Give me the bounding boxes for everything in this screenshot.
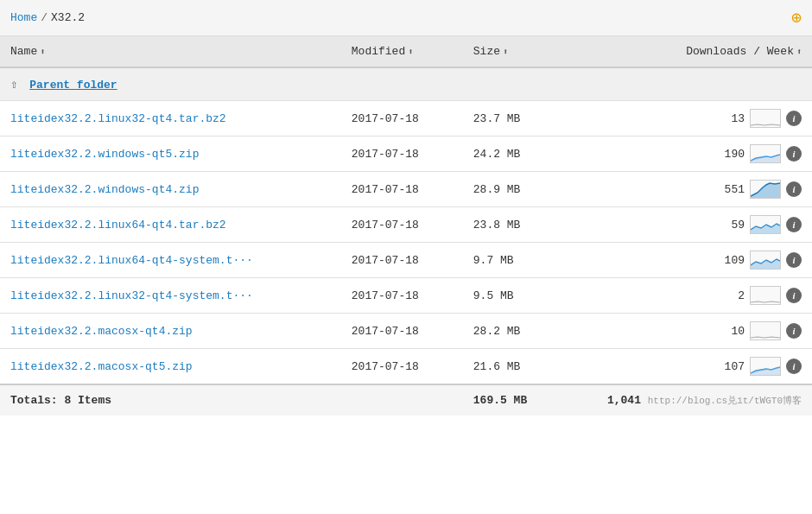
file-name-cell: liteidex32.2.macosx-qt5.zip bbox=[0, 349, 341, 385]
parent-folder-link[interactable]: Parent folder bbox=[29, 79, 117, 92]
file-name-cell: liteidex32.2.linux64-qt4-system.t··· bbox=[0, 243, 341, 278]
col-size-header[interactable]: Size⬆ bbox=[463, 36, 568, 67]
file-size-cell: 9.7 MB bbox=[463, 243, 568, 278]
file-size-cell: 28.2 MB bbox=[463, 314, 568, 349]
table-row: liteidex32.2.windows-qt5.zip 2017-07-18 … bbox=[0, 136, 812, 172]
footer-total-size: 169.5 MB bbox=[463, 384, 568, 416]
file-name-cell: liteidex32.2.linux32-qt4.tar.bz2 bbox=[0, 101, 341, 136]
file-link[interactable]: liteidex32.2.macosx-qt4.zip bbox=[10, 325, 193, 338]
info-icon[interactable]: i bbox=[786, 111, 802, 126]
file-modified-cell: 2017-07-18 bbox=[341, 136, 463, 172]
file-size-cell: 23.8 MB bbox=[463, 207, 568, 243]
downloads-count: 107 bbox=[714, 360, 745, 373]
footer-empty bbox=[341, 384, 463, 416]
file-size-cell: 24.2 MB bbox=[463, 136, 568, 172]
breadcrumb-separator: / bbox=[41, 11, 48, 24]
file-link[interactable]: liteidex32.2.linux64-qt4-system.t··· bbox=[10, 254, 253, 267]
file-modified-cell: 2017-07-18 bbox=[341, 349, 463, 385]
file-downloads-cell: 551 i bbox=[568, 172, 812, 207]
file-modified-cell: 2017-07-18 bbox=[341, 314, 463, 349]
file-downloads-cell: 2 i bbox=[568, 278, 812, 314]
mini-chart[interactable] bbox=[750, 357, 781, 376]
info-icon[interactable]: i bbox=[786, 288, 802, 303]
file-downloads-cell: 190 i bbox=[568, 136, 812, 172]
mini-chart[interactable] bbox=[750, 180, 781, 199]
info-icon[interactable]: i bbox=[786, 181, 802, 197]
table-row: liteidex32.2.linux32-qt4-system.t··· 201… bbox=[0, 278, 812, 314]
downloads-count: 59 bbox=[714, 219, 745, 232]
file-modified-cell: 2017-07-18 bbox=[341, 101, 463, 136]
mini-chart[interactable] bbox=[750, 321, 781, 340]
file-link[interactable]: liteidex32.2.macosx-qt5.zip bbox=[10, 360, 193, 373]
downloads-count: 2 bbox=[714, 289, 745, 302]
file-modified-cell: 2017-07-18 bbox=[341, 243, 463, 278]
mini-chart[interactable] bbox=[750, 109, 781, 128]
file-downloads-cell: 109 i bbox=[568, 243, 812, 278]
footer-totals-label: Totals: 8 Items bbox=[0, 384, 341, 416]
file-downloads-cell: 13 i bbox=[568, 101, 812, 136]
table-row: liteidex32.2.linux64-qt4-system.t··· 201… bbox=[0, 243, 812, 278]
table-footer: Totals: 8 Items 169.5 MB 1,041 http://bl… bbox=[0, 384, 812, 416]
col-downloads-header[interactable]: Downloads / Week⬆ bbox=[568, 36, 812, 67]
file-size-cell: 9.5 MB bbox=[463, 278, 568, 314]
file-modified-cell: 2017-07-18 bbox=[341, 172, 463, 207]
table-header: Name⬆ Modified⬆ Size⬆ Downloads / Week⬆ bbox=[0, 36, 812, 67]
file-downloads-cell: 59 i bbox=[568, 207, 812, 243]
file-link[interactable]: liteidex32.2.linux32-qt4-system.t··· bbox=[10, 289, 253, 302]
info-icon[interactable]: i bbox=[786, 146, 802, 162]
file-link[interactable]: liteidex32.2.windows-qt4.zip bbox=[10, 183, 199, 196]
file-name-cell: liteidex32.2.linux64-qt4.tar.bz2 bbox=[0, 207, 341, 243]
home-link[interactable]: Home bbox=[10, 11, 37, 24]
file-name-cell: liteidex32.2.linux32-qt4-system.t··· bbox=[0, 278, 341, 314]
breadcrumb-current: X32.2 bbox=[51, 11, 85, 24]
parent-folder-row: ⇧ Parent folder bbox=[0, 67, 812, 101]
table-row: liteidex32.2.macosx-qt5.zip 2017-07-18 2… bbox=[0, 349, 812, 385]
parent-folder-cell: ⇧ Parent folder bbox=[0, 67, 812, 101]
file-size-cell: 28.9 MB bbox=[463, 172, 568, 207]
info-icon[interactable]: i bbox=[786, 217, 802, 232]
downloads-count: 109 bbox=[714, 254, 745, 267]
file-link[interactable]: liteidex32.2.linux32-qt4.tar.bz2 bbox=[10, 112, 226, 125]
up-arrow-icon: ⇧ bbox=[10, 77, 17, 92]
mini-chart[interactable] bbox=[750, 286, 781, 305]
file-size-cell: 23.7 MB bbox=[463, 101, 568, 136]
info-icon[interactable]: i bbox=[786, 323, 802, 339]
mini-chart[interactable] bbox=[750, 251, 781, 270]
info-icon[interactable]: i bbox=[786, 359, 802, 374]
file-link[interactable]: liteidex32.2.windows-qt5.zip bbox=[10, 148, 199, 161]
file-downloads-cell: 10 i bbox=[568, 314, 812, 349]
file-modified-cell: 2017-07-18 bbox=[341, 278, 463, 314]
downloads-count: 10 bbox=[714, 325, 745, 338]
table-row: liteidex32.2.macosx-qt4.zip 2017-07-18 2… bbox=[0, 314, 812, 349]
col-name-header[interactable]: Name⬆ bbox=[0, 36, 341, 67]
file-name-cell: liteidex32.2.windows-qt4.zip bbox=[0, 172, 341, 207]
footer-row: Totals: 8 Items 169.5 MB 1,041 http://bl… bbox=[0, 384, 812, 416]
file-name-cell: liteidex32.2.macosx-qt4.zip bbox=[0, 314, 341, 349]
file-downloads-cell: 107 i bbox=[568, 349, 812, 385]
file-list: ⇧ Parent folder liteidex32.2.linux32-qt4… bbox=[0, 67, 812, 384]
mini-chart[interactable] bbox=[750, 144, 781, 163]
rss-icon[interactable]: ⊕ bbox=[791, 7, 802, 29]
table-row: liteidex32.2.windows-qt4.zip 2017-07-18 … bbox=[0, 172, 812, 207]
mini-chart[interactable] bbox=[750, 215, 781, 234]
table-row: liteidex32.2.linux32-qt4.tar.bz2 2017-07… bbox=[0, 101, 812, 136]
file-link[interactable]: liteidex32.2.linux64-qt4.tar.bz2 bbox=[10, 219, 226, 232]
downloads-count: 13 bbox=[714, 112, 745, 125]
downloads-count: 551 bbox=[714, 183, 745, 196]
file-table: Name⬆ Modified⬆ Size⬆ Downloads / Week⬆ … bbox=[0, 36, 812, 416]
table-row: liteidex32.2.linux64-qt4.tar.bz2 2017-07… bbox=[0, 207, 812, 243]
file-modified-cell: 2017-07-18 bbox=[341, 207, 463, 243]
file-size-cell: 21.6 MB bbox=[463, 349, 568, 385]
col-modified-header[interactable]: Modified⬆ bbox=[341, 36, 463, 67]
info-icon[interactable]: i bbox=[786, 252, 802, 268]
downloads-count: 190 bbox=[714, 148, 745, 161]
footer-downloads-total: 1,041 http://blog.cs兑1t/tԜGT0博客 bbox=[568, 384, 812, 416]
breadcrumb: Home / X32.2 ⊕ bbox=[0, 0, 812, 36]
file-name-cell: liteidex32.2.windows-qt5.zip bbox=[0, 136, 341, 172]
